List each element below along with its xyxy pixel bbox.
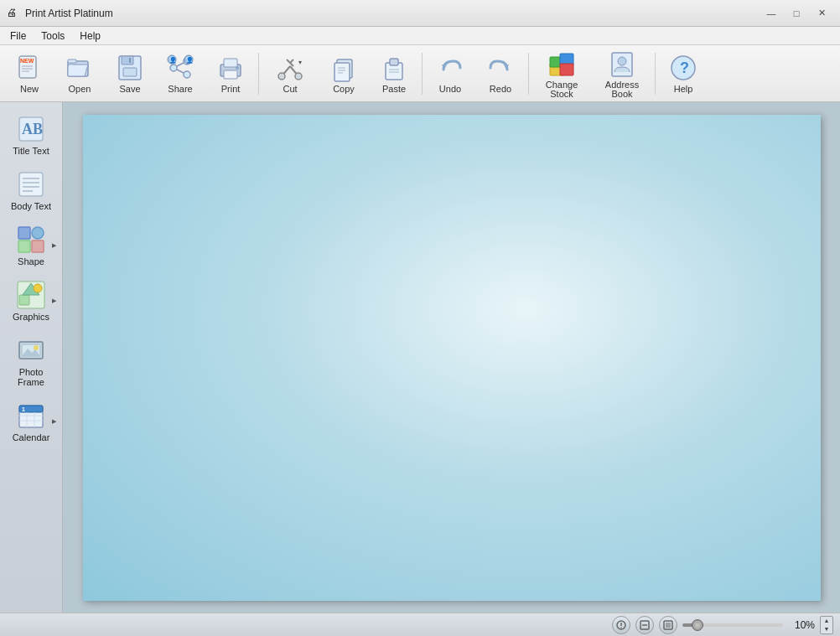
new-button[interactable]: NEW New bbox=[5, 49, 54, 98]
graphics-icon bbox=[16, 280, 46, 310]
sidebar-item-body-text[interactable]: Body Text bbox=[3, 164, 60, 216]
copy-icon bbox=[329, 53, 359, 83]
minimize-button[interactable]: — bbox=[760, 5, 783, 22]
sidebar-item-calendar[interactable]: 1 Calendar bbox=[3, 396, 60, 447]
print-icon bbox=[215, 53, 246, 83]
svg-rect-59 bbox=[32, 227, 44, 239]
undo-label: Undo bbox=[439, 85, 461, 94]
address-book-icon bbox=[607, 49, 637, 79]
open-label: Open bbox=[69, 85, 91, 94]
zoom-value: 10% bbox=[788, 619, 815, 631]
svg-text:AB: AB bbox=[22, 121, 43, 137]
svg-text:NEW: NEW bbox=[20, 58, 34, 64]
change-stock-button[interactable]: Change Stock bbox=[532, 49, 591, 98]
toolbar-sep-3 bbox=[528, 53, 529, 95]
help-button[interactable]: ? Help bbox=[659, 49, 708, 98]
app-icon: 🖨 bbox=[7, 7, 20, 20]
svg-rect-61 bbox=[32, 240, 44, 252]
help-icon: ? bbox=[668, 53, 698, 83]
paste-button[interactable]: Paste bbox=[370, 49, 418, 98]
svg-point-27 bbox=[278, 73, 285, 80]
cut-button[interactable]: ▾ Cut bbox=[262, 49, 318, 98]
copy-button[interactable]: Copy bbox=[319, 49, 368, 98]
change-stock-label: Change Stock bbox=[534, 80, 589, 99]
save-icon bbox=[115, 53, 145, 83]
sidebar-item-title-text[interactable]: AB Title Text bbox=[3, 109, 60, 161]
svg-line-16 bbox=[177, 70, 184, 73]
menu-file[interactable]: File bbox=[3, 28, 33, 44]
body-text-icon bbox=[16, 169, 46, 199]
maximize-button[interactable]: □ bbox=[785, 5, 808, 22]
canvas-area bbox=[63, 102, 840, 613]
body-text-label: Body Text bbox=[11, 201, 51, 211]
calendar-icon: 1 bbox=[16, 401, 46, 431]
svg-text:👤: 👤 bbox=[169, 56, 177, 64]
close-button[interactable]: ✕ bbox=[810, 5, 833, 22]
zoom-slider-container: 10% bbox=[682, 619, 815, 631]
title-bar: 🖨 Print Artist Platinum — □ ✕ bbox=[0, 0, 840, 27]
cut-icon: ▾ bbox=[275, 53, 305, 83]
menu-help[interactable]: Help bbox=[73, 28, 107, 44]
svg-rect-46 bbox=[560, 64, 573, 75]
svg-text:?: ? bbox=[680, 59, 689, 76]
svg-point-48 bbox=[618, 57, 626, 65]
print-label: Print bbox=[221, 85, 241, 94]
zoom-slider[interactable] bbox=[682, 623, 783, 627]
save-button[interactable]: Save bbox=[106, 49, 154, 98]
paste-label: Paste bbox=[382, 85, 406, 94]
svg-rect-23 bbox=[224, 70, 237, 79]
sidebar-item-shape[interactable]: Shape bbox=[3, 220, 60, 271]
svg-rect-60 bbox=[18, 240, 30, 252]
redo-button[interactable]: Redo bbox=[476, 49, 525, 98]
title-text-label: Title Text bbox=[13, 146, 49, 156]
svg-rect-9 bbox=[122, 56, 133, 65]
change-stock-icon bbox=[547, 49, 577, 79]
svg-rect-58 bbox=[18, 227, 30, 239]
svg-point-69 bbox=[34, 345, 39, 350]
svg-text:▾: ▾ bbox=[298, 59, 302, 66]
title-bar-left: 🖨 Print Artist Platinum bbox=[7, 7, 113, 20]
graphics-label: Graphics bbox=[13, 312, 49, 322]
address-book-button[interactable]: Address Book bbox=[593, 49, 651, 98]
svg-line-30 bbox=[290, 59, 293, 63]
toolbar-sep-1 bbox=[258, 53, 259, 95]
undo-icon bbox=[435, 53, 465, 83]
cut-label: Cut bbox=[283, 85, 297, 94]
zoom-up-button[interactable]: ▲ bbox=[821, 617, 832, 625]
share-button[interactable]: 👤 👤 Share bbox=[156, 49, 205, 98]
svg-point-65 bbox=[34, 284, 42, 292]
zoom-down-button[interactable]: ▼ bbox=[821, 625, 832, 633]
new-icon: NEW bbox=[14, 53, 44, 83]
svg-rect-53 bbox=[19, 173, 43, 196]
open-icon bbox=[65, 53, 95, 83]
save-label: Save bbox=[119, 85, 140, 94]
redo-label: Redo bbox=[490, 85, 511, 94]
calendar-label: Calendar bbox=[13, 432, 50, 442]
sidebar-item-graphics[interactable]: Graphics bbox=[3, 275, 60, 327]
toolbar-sep-4 bbox=[655, 53, 656, 95]
status-btn-2[interactable] bbox=[635, 616, 654, 634]
photo-frame-icon bbox=[16, 335, 46, 365]
print-button[interactable]: Print bbox=[206, 49, 255, 98]
open-button[interactable]: Open bbox=[55, 49, 104, 98]
shape-label: Shape bbox=[18, 256, 44, 266]
toolbar-sep-2 bbox=[422, 53, 423, 95]
window-controls: — □ ✕ bbox=[760, 5, 833, 22]
status-btn-3[interactable] bbox=[659, 616, 677, 634]
copy-label: Copy bbox=[333, 85, 355, 94]
menu-tools[interactable]: Tools bbox=[34, 28, 71, 44]
svg-point-24 bbox=[236, 66, 239, 70]
status-btn-1[interactable] bbox=[612, 616, 630, 634]
menu-bar: File Tools Help bbox=[0, 27, 840, 45]
paste-icon bbox=[379, 53, 409, 83]
svg-rect-33 bbox=[334, 63, 350, 81]
sidebar-item-photo-frame[interactable]: Photo Frame bbox=[3, 330, 60, 392]
redo-icon bbox=[485, 53, 516, 83]
zoom-arrows: ▲ ▼ bbox=[820, 616, 833, 634]
svg-point-28 bbox=[295, 73, 302, 80]
status-bar: 10% ▲ ▼ bbox=[0, 613, 840, 636]
undo-button[interactable]: Undo bbox=[426, 49, 474, 98]
svg-rect-22 bbox=[224, 59, 237, 67]
svg-line-15 bbox=[177, 63, 184, 66]
new-label: New bbox=[20, 85, 39, 94]
